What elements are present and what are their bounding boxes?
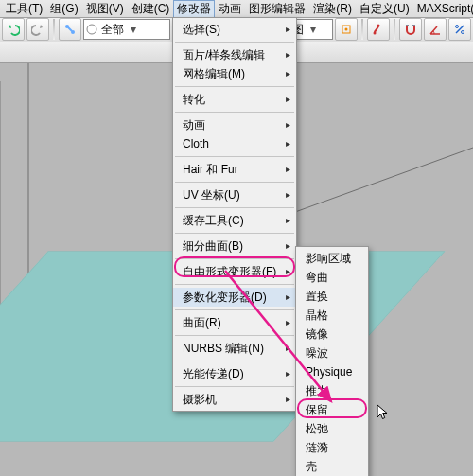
svg-point-10 [456,26,459,28]
menu-item[interactable]: 参数化变形器(D)▸ [173,288,296,307]
menu-item[interactable]: 动画▸ [173,115,296,134]
svg-point-11 [462,31,464,34]
svg-point-7 [377,25,380,27]
menu-item[interactable]: 自由形式变形器(F)▸ [173,262,296,281]
submenu-arrow-icon: ▸ [286,215,290,225]
menu-view[interactable]: 视图(V) [82,0,128,18]
submenu-arrow-icon: ▸ [286,343,290,353]
toolbar-separator [361,19,363,40]
menu-bar: 工具(T) 组(G) 视图(V) 创建(C) 修改器 动画 图形编辑器 渲染(R… [0,0,473,18]
menu-item[interactable]: 选择(S)▸ [173,20,296,39]
submenu-item[interactable]: 松弛 [296,419,368,438]
menu-item[interactable]: Cloth▸ [173,134,296,153]
submenu-item[interactable]: 影响区域 [296,249,368,268]
menu-item[interactable]: Hair 和 Fur▸ [173,160,296,179]
angle-snap-button[interactable] [424,18,447,41]
submenu-arrow-icon: ▸ [286,68,290,79]
menu-modifiers[interactable]: 修改器 [173,0,215,18]
submenu-item[interactable]: 置换 [296,287,368,306]
menu-item[interactable]: 网格编辑(M)▸ [173,64,296,83]
submenu-arrow-icon: ▸ [286,291,290,302]
submenu-item[interactable]: 涟漪 [296,438,368,457]
submenu-arrow-icon: ▸ [286,368,290,379]
menu-item[interactable]: UV 坐标(U)▸ [173,185,296,204]
parametric-deformers-submenu: 影响区域弯曲置换晶格镜像噪波Physique推力保留松弛涟漪壳切片倾斜 [295,246,369,476]
submenu-arrow-icon: ▸ [286,94,290,104]
menu-item[interactable]: 缓存工具(C)▸ [173,211,296,230]
submenu-arrow-icon: ▸ [286,49,290,60]
submenu-arrow-icon: ▸ [286,317,290,327]
submenu-item[interactable]: Physique [296,362,368,381]
modifiers-dropdown-menu: 选择(S)▸面片/样条线编辑▸网格编辑(M)▸转化▸动画▸Cloth▸Hair … [172,17,297,412]
svg-point-5 [345,28,348,31]
submenu-arrow-icon: ▸ [286,119,290,130]
submenu-arrow-icon: ▸ [286,164,290,174]
submenu-item[interactable]: 保留 [296,400,368,419]
toolbar-separator [53,19,55,40]
percent-snap-button[interactable] [448,18,471,41]
filter-icon [86,24,97,35]
undo-button[interactable] [2,18,25,41]
submenu-item[interactable]: 弯曲 [296,268,368,287]
menu-maxscript[interactable]: MAXScript(M) [413,1,473,16]
menu-customize[interactable]: 自定义(U) [356,0,413,18]
selection-filter-dropdown[interactable]: 全部 ▾ [83,19,170,40]
submenu-arrow-icon: ▸ [286,394,290,404]
menu-item[interactable]: NURBS 编辑(N)▸ [173,339,296,358]
toolbar-separator [394,19,395,40]
menu-item[interactable]: 曲面(R)▸ [173,313,296,332]
submenu-arrow-icon: ▸ [286,240,290,251]
submenu-arrow-icon: ▸ [286,138,290,149]
submenu-arrow-icon: ▸ [286,266,290,276]
submenu-item[interactable]: 壳 [296,457,368,476]
submenu-arrow-icon: ▸ [286,189,290,200]
chevron-down-icon: ▾ [128,23,139,36]
svg-rect-8 [406,25,409,26]
menu-tools[interactable]: 工具(T) [2,0,46,18]
menu-item[interactable]: 面片/样条线编辑▸ [173,45,296,64]
snap-toggle-button[interactable] [399,18,422,41]
submenu-item[interactable]: 镜像 [296,325,368,344]
menu-animation[interactable]: 动画 [215,0,245,18]
use-center-button[interactable] [335,18,358,41]
submenu-item[interactable]: 推力 [296,381,368,400]
menu-item[interactable]: 转化▸ [173,90,296,109]
select-and-manipulate-button[interactable] [367,18,390,41]
svg-point-2 [87,25,96,34]
menu-grapheditors[interactable]: 图形编辑器 [245,0,309,18]
menu-item[interactable]: 光能传递(D)▸ [173,364,296,383]
svg-point-6 [374,32,377,35]
menu-group[interactable]: 组(G) [46,0,81,18]
chevron-down-icon: ▾ [307,23,319,36]
menu-item[interactable]: 摄影机▸ [173,390,296,409]
menu-rendering[interactable]: 渲染(R) [309,0,356,18]
selection-filter-label: 全部 [101,22,124,38]
svg-rect-9 [412,25,415,26]
link-button[interactable] [59,18,81,41]
magnet-icon [404,23,417,36]
submenu-arrow-icon: ▸ [286,24,290,34]
menu-create[interactable]: 创建(C) [128,0,174,18]
submenu-item[interactable]: 晶格 [296,306,368,325]
submenu-item[interactable]: 噪波 [296,344,368,362]
redo-button[interactable] [26,18,49,41]
menu-item[interactable]: 细分曲面(B)▸ [173,237,296,256]
